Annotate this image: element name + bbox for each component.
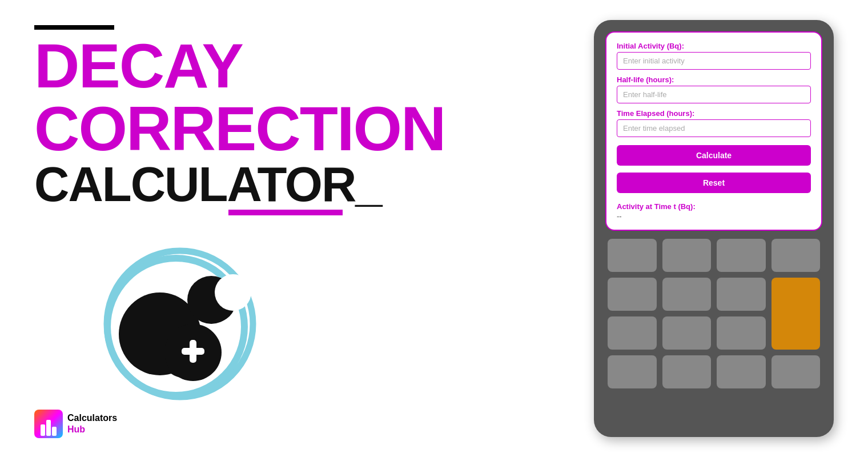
time-elapsed-label: Time Elapsed (hours):: [617, 109, 811, 118]
keypad: [605, 239, 822, 388]
logo-bar-3: [52, 427, 57, 436]
initial-activity-label: Initial Activity (Bq):: [617, 42, 811, 50]
key-8[interactable]: [608, 316, 657, 350]
logo-text: Calculators Hub: [67, 412, 117, 434]
key-12[interactable]: [662, 355, 712, 388]
key-13[interactable]: [717, 355, 766, 388]
key-2[interactable]: [662, 239, 712, 272]
key-4[interactable]: [771, 239, 821, 272]
key-orange[interactable]: [771, 278, 821, 350]
black-line-top: [34, 25, 114, 30]
logo-area: Calculators Hub: [34, 410, 434, 438]
key-11[interactable]: [608, 355, 657, 388]
result-label: Activity at Time t (Bq):: [617, 202, 811, 211]
key-10[interactable]: [717, 316, 766, 350]
logo-bar-1: [41, 424, 45, 436]
key-3[interactable]: [717, 239, 766, 272]
title-correction: CORRECTION: [34, 97, 434, 160]
calculate-button[interactable]: Calculate: [617, 145, 811, 166]
result-value: --: [617, 212, 811, 221]
time-elapsed-field-group: Time Elapsed (hours):: [617, 109, 811, 137]
time-elapsed-input[interactable]: [617, 119, 811, 137]
title-decay: DECAY: [34, 34, 434, 97]
svg-point-14: [216, 275, 250, 310]
logo-bar-2: [46, 420, 51, 436]
key-6[interactable]: [662, 278, 712, 311]
calculator-device: Initial Activity (Bq): Half-life (hours)…: [594, 20, 834, 437]
half-life-label: Half-life (hours):: [617, 75, 811, 84]
left-section: DECAY CORRECTION CALCULATOR_: [34, 19, 434, 438]
title-calculator: CALCULATOR_: [34, 160, 434, 209]
key-14[interactable]: [771, 355, 821, 388]
logo-name-bottom: Hub: [67, 424, 117, 435]
logo-icon-image: [34, 410, 63, 438]
logo-name-top: Calculators: [67, 412, 117, 423]
result-group: Activity at Time t (Bq): --: [617, 199, 811, 221]
half-life-input[interactable]: [617, 86, 811, 103]
calculator-screen: Initial Activity (Bq): Half-life (hours)…: [605, 31, 822, 231]
key-7[interactable]: [717, 278, 766, 311]
reset-button[interactable]: Reset: [617, 173, 811, 193]
svg-rect-16: [190, 340, 196, 363]
half-life-field-group: Half-life (hours):: [617, 75, 811, 103]
key-9[interactable]: [662, 316, 712, 350]
key-1[interactable]: [608, 239, 657, 272]
atom-icon: [91, 232, 263, 404]
initial-activity-input[interactable]: [617, 52, 811, 70]
title-block: DECAY CORRECTION CALCULATOR_: [34, 25, 434, 215]
initial-activity-field-group: Initial Activity (Bq):: [617, 42, 811, 70]
key-5[interactable]: [608, 278, 657, 311]
